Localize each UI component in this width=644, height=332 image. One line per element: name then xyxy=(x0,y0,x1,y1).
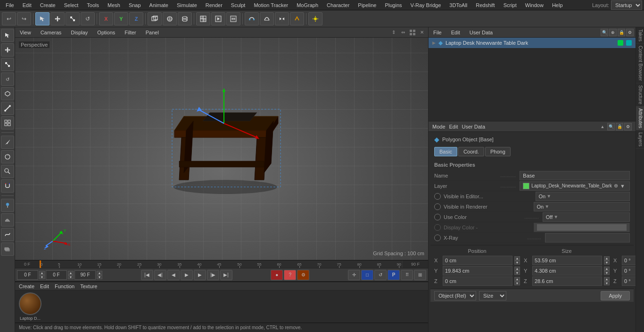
mat-menu-create[interactable]: Create xyxy=(19,283,34,289)
size-z-up[interactable]: ▲ xyxy=(604,277,610,281)
menu-vray[interactable]: V-Ray Bridge xyxy=(407,1,445,9)
rot-x-input[interactable] xyxy=(622,256,636,265)
pos-z-up[interactable]: ▲ xyxy=(514,277,520,281)
vp-icon-arrows[interactable]: ⇕ xyxy=(389,28,398,37)
pos-y-down[interactable]: ▼ xyxy=(514,271,520,275)
frame-end-input[interactable] xyxy=(74,270,96,280)
vtab-content-browser[interactable]: Content Browser xyxy=(636,44,644,83)
auto-key-btn[interactable]: ⚙ xyxy=(297,270,309,280)
frame-start-up[interactable]: ▲ xyxy=(39,271,45,275)
size-x-down[interactable]: ▼ xyxy=(604,260,610,265)
sidebar-paint[interactable] xyxy=(1,199,14,212)
sidebar-brush[interactable] xyxy=(1,165,14,178)
frame-start-input[interactable] xyxy=(17,270,38,280)
obj-menu-edit[interactable]: Edit xyxy=(448,30,463,35)
menu-sculpt[interactable]: Sculpt xyxy=(227,1,249,9)
sidebar-loop[interactable] xyxy=(1,150,14,163)
obj-menu-userdata[interactable]: User Data xyxy=(467,30,496,35)
sidebar-rotate[interactable]: ↺ xyxy=(1,73,14,86)
next-frame-btn[interactable]: ▶ xyxy=(194,270,206,280)
menu-render[interactable]: Render xyxy=(202,1,226,9)
frame-curr-up[interactable]: ▲ xyxy=(68,271,74,275)
hud-btn[interactable]: ⊞ xyxy=(414,270,426,280)
size-z-down[interactable]: ▼ xyxy=(604,281,610,285)
prop-value-name[interactable]: Base xyxy=(520,171,630,180)
mat-menu-edit[interactable]: Edit xyxy=(40,283,49,289)
size-z-input[interactable] xyxy=(532,276,602,286)
layer-icon-arrow[interactable]: ▼ xyxy=(620,183,625,189)
mat-menu-texture[interactable]: Texture xyxy=(80,283,97,289)
viewport-canvas[interactable]: Perspective xyxy=(15,38,428,260)
pos-x-up[interactable]: ▲ xyxy=(514,256,520,260)
vp-menu-view[interactable]: View xyxy=(17,29,34,36)
sidebar-extrude[interactable] xyxy=(1,243,14,256)
obj-lock-btn[interactable]: 🔒 xyxy=(618,29,625,36)
pos-x-down[interactable]: ▼ xyxy=(514,260,520,265)
apply-button[interactable]: Apply xyxy=(601,291,630,300)
play-btn[interactable]: ▶ xyxy=(181,270,193,280)
vp-menu-panel[interactable]: Panel xyxy=(143,29,162,36)
timeline-track[interactable]: 0 5 10 15 20 25 30 35 40 xyxy=(40,260,402,268)
obj-settings-btn[interactable]: ⚙ xyxy=(626,29,634,36)
pos-y-up[interactable]: ▲ xyxy=(514,267,520,271)
symmetry-btn[interactable] xyxy=(275,12,289,25)
material-thumbnail[interactable] xyxy=(19,292,41,315)
obj-filter-btn[interactable]: ⊕ xyxy=(609,29,617,36)
menu-select[interactable]: Select xyxy=(60,1,83,9)
material-item[interactable]: Laptop D... xyxy=(19,292,41,321)
coord-system-select[interactable]: Object (Rel) World Local xyxy=(434,291,476,300)
scale-tool[interactable] xyxy=(66,12,80,25)
size-mode-select[interactable]: Size Scale xyxy=(479,291,506,300)
frame-end-up[interactable]: ▲ xyxy=(97,271,102,275)
frame-curr-down[interactable]: ▼ xyxy=(68,275,74,279)
menu-mograph[interactable]: MoGraph xyxy=(293,1,322,9)
pos-y-input[interactable] xyxy=(443,266,512,275)
deformer-btn[interactable] xyxy=(260,12,274,25)
menu-animate[interactable]: Animate xyxy=(146,1,172,9)
render-region-btn[interactable] xyxy=(196,12,210,25)
nurbs-btn[interactable] xyxy=(245,12,259,25)
pos-z-down[interactable]: ▼ xyxy=(514,281,520,285)
bend-btn[interactable] xyxy=(290,12,304,25)
prop-value-use-color[interactable]: Off ▼ xyxy=(543,212,630,222)
menu-redshift[interactable]: Redshift xyxy=(472,1,498,9)
undo-btn[interactable]: ↩ xyxy=(2,12,16,25)
vp-menu-filter[interactable]: Filter xyxy=(122,29,139,36)
loop-btn[interactable]: ↺ xyxy=(374,270,387,280)
vtab-attributes[interactable]: Attributes xyxy=(636,106,644,130)
vp-menu-display[interactable]: Display xyxy=(68,29,91,36)
sidebar-grid[interactable] xyxy=(1,116,14,130)
prop-value-vis-editor[interactable]: On ▼ xyxy=(536,192,630,201)
attr-arrow-up[interactable]: ▲ xyxy=(599,123,606,130)
record-btn[interactable]: ● xyxy=(271,270,283,280)
attr-search-btn[interactable]: 🔍 xyxy=(607,123,615,130)
frame-start-down[interactable]: ▼ xyxy=(39,275,45,279)
sidebar-knife[interactable] xyxy=(1,136,14,149)
menu-pipeline[interactable]: Pipeline xyxy=(354,1,380,9)
frame-sel-btn[interactable]: □ xyxy=(361,270,373,280)
menu-file[interactable]: File xyxy=(2,1,18,9)
vp-icon-close[interactable]: ✕ xyxy=(418,28,426,37)
vtab-structure[interactable]: Structure xyxy=(636,83,644,107)
record-options-btn[interactable]: ? xyxy=(284,270,296,280)
prop-value-vis-renderer[interactable]: On ▼ xyxy=(534,202,630,211)
vp-icon-grid[interactable] xyxy=(408,28,417,37)
frame-end-down[interactable]: ▼ xyxy=(97,275,102,279)
tab-phong[interactable]: Phong xyxy=(485,147,511,156)
prev-frame-btn[interactable]: ◀ xyxy=(167,270,180,280)
y-axis-btn[interactable]: Y xyxy=(114,12,128,25)
prop-radio-vis-editor[interactable] xyxy=(434,193,441,200)
redo-btn[interactable]: ↪ xyxy=(17,12,31,25)
viewport-cross-btn[interactable]: ✛ xyxy=(348,270,360,280)
vp-menu-cameras[interactable]: Cameras xyxy=(38,29,65,36)
vp-icon-lock[interactable]: ⇔ xyxy=(399,28,407,37)
sidebar-edge[interactable] xyxy=(1,102,14,115)
prop-radio-use-color[interactable] xyxy=(434,214,441,220)
frame-current-input[interactable] xyxy=(46,270,67,280)
attr-lock-btn[interactable]: 🔒 xyxy=(616,123,623,130)
pos-x-input[interactable] xyxy=(443,256,512,265)
sidebar-poly[interactable] xyxy=(1,87,14,100)
prev-key-btn[interactable]: ◀| xyxy=(154,270,166,280)
menu-window[interactable]: Window xyxy=(521,1,547,9)
layout-select[interactable]: Startup xyxy=(611,0,642,10)
